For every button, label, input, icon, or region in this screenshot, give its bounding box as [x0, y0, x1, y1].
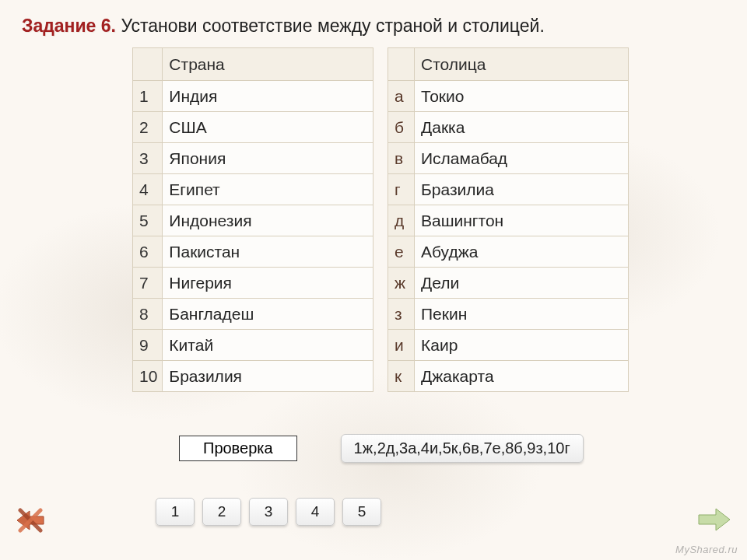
capital-index: к: [388, 361, 415, 392]
svg-marker-4: [699, 509, 730, 530]
answer-key: 1ж,2д,3а,4и,5к,6в,7е,8б,9з,10г: [341, 434, 584, 463]
capital-index: в: [388, 143, 415, 174]
capital-value: Бразилиа: [415, 174, 629, 205]
page-button-5[interactable]: 5: [342, 498, 381, 526]
countries-header: Страна: [163, 48, 374, 81]
table-row: вИсламабад: [388, 143, 629, 174]
table-row: 9Китай: [133, 330, 374, 361]
capital-value: Вашингтон: [415, 205, 629, 236]
table-row: зПекин: [388, 299, 629, 330]
page-button-4[interactable]: 4: [296, 498, 335, 526]
capital-index: д: [388, 205, 415, 236]
country-index: 10: [133, 361, 163, 392]
capital-index: а: [388, 81, 415, 112]
table-row: кДжакарта: [388, 361, 629, 392]
country-index: 9: [133, 330, 163, 361]
capitals-header: Столица: [415, 48, 629, 81]
country-value: Индонезия: [163, 205, 374, 236]
capital-value: Абуджа: [415, 236, 629, 268]
country-value: Нигерия: [163, 268, 374, 299]
country-index: 5: [133, 205, 163, 236]
task-title: Задание 6. Установи соответствие между с…: [0, 0, 747, 43]
capital-index: г: [388, 174, 415, 205]
country-value: Бразилия: [163, 361, 374, 392]
countries-table: Страна 1Индия2США3Япония4Египет5Индонези…: [132, 47, 374, 392]
country-index: 7: [133, 268, 163, 299]
table-row: 7Нигерия: [133, 268, 374, 299]
page-button-3[interactable]: 3: [249, 498, 288, 526]
task-number: Задание 6.: [22, 16, 116, 36]
table-row: гБразилиа: [388, 174, 629, 205]
country-value: США: [163, 112, 374, 143]
capital-value: Токио: [415, 81, 629, 112]
table-row: 3Япония: [133, 143, 374, 174]
table-row: 2США: [133, 112, 374, 143]
country-value: Бангладеш: [163, 299, 374, 330]
table-row: 6Пакистан: [133, 236, 374, 268]
capital-index: ж: [388, 268, 415, 299]
prev-slide-button[interactable]: [14, 504, 47, 537]
country-index: 2: [133, 112, 163, 143]
capital-index: е: [388, 236, 415, 268]
table-row: 10Бразилия: [133, 361, 374, 392]
table-row: аТокио: [388, 81, 629, 112]
page-button-1[interactable]: 1: [156, 498, 195, 526]
country-index: 4: [133, 174, 163, 205]
check-button[interactable]: Проверка: [179, 436, 297, 461]
capital-value: Исламабад: [415, 143, 629, 174]
table-row: 4Египет: [133, 174, 374, 205]
capital-value: Дели: [415, 268, 629, 299]
capitals-table: Столица аТокиобДаккавИсламабадгБразилиад…: [388, 47, 629, 392]
country-index: 8: [133, 299, 163, 330]
country-index: 3: [133, 143, 163, 174]
watermark: MyShared.ru: [675, 544, 738, 555]
table-row: бДакка: [388, 112, 629, 143]
capital-value: Джакарта: [415, 361, 629, 392]
country-value: Индия: [163, 81, 374, 112]
capital-value: Пекин: [415, 299, 629, 330]
table-row: жДели: [388, 268, 629, 299]
capital-value: Дакка: [415, 112, 629, 143]
table-row: иКаир: [388, 330, 629, 361]
country-index: 6: [133, 236, 163, 268]
capital-index: б: [388, 112, 415, 143]
table-row: 8Бангладеш: [133, 299, 374, 330]
country-value: Пакистан: [163, 236, 374, 268]
table-row: еАбуджа: [388, 236, 629, 268]
table-row: 1Индия: [133, 81, 374, 112]
table-row: дВашингтон: [388, 205, 629, 236]
capital-value: Каир: [415, 330, 629, 361]
next-slide-button[interactable]: [696, 504, 733, 535]
capital-index: и: [388, 330, 415, 361]
task-text: Установи соответствие между страной и ст…: [116, 16, 545, 36]
pager: 12345: [156, 498, 381, 526]
country-value: Китай: [163, 330, 374, 361]
capital-index: з: [388, 299, 415, 330]
page-button-2[interactable]: 2: [202, 498, 241, 526]
country-index: 1: [133, 81, 163, 112]
country-value: Египет: [163, 174, 374, 205]
table-row: 5Индонезия: [133, 205, 374, 236]
country-value: Япония: [163, 143, 374, 174]
